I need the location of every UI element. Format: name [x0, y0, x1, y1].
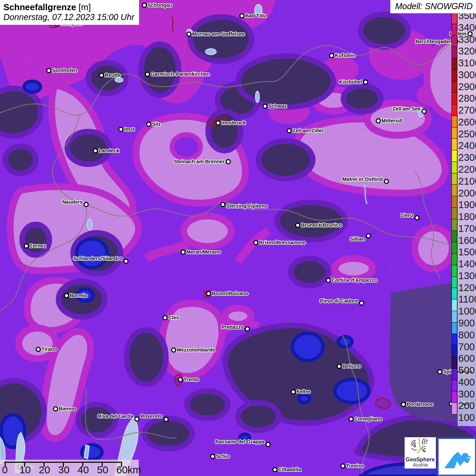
city-dot: [186, 32, 191, 37]
colorbar: [452, 12, 457, 414]
colorbar-segment: [452, 253, 457, 265]
geosphere-logo-text: GeoSphere: [405, 457, 436, 462]
city-label: Cittadella: [278, 466, 301, 473]
colorbar-label: 300: [458, 389, 475, 399]
colorbar-label: 1700: [458, 224, 476, 233]
colorbar-segment: [452, 368, 457, 380]
city-label: Zell am Ziller: [292, 127, 324, 134]
colorbar-label: 1200: [458, 283, 476, 292]
city-label: Steinach am Brenner: [174, 158, 225, 165]
city-label: Riva del Garda: [98, 413, 133, 420]
city-dot: [146, 122, 151, 127]
scale-bar-label: 0: [2, 464, 8, 476]
city-dot: [295, 223, 300, 228]
city-dot: [414, 215, 420, 220]
colorbar-segment: [452, 24, 457, 36]
city-label: Trento: [184, 376, 199, 383]
city-label: Kitzbühel: [339, 79, 362, 85]
city-dot: [239, 13, 244, 18]
colorbar-segment: [452, 35, 457, 47]
colorbar-segment: [452, 81, 457, 93]
city-dot: [226, 159, 231, 164]
city-label: Bassano del Grappa: [215, 438, 265, 445]
colorbar-segment: [452, 288, 457, 300]
city-dot: [266, 442, 271, 447]
city-dot: [220, 202, 225, 207]
title-box: Schneefallgrenze [m] Donnerstag, 07.12.2…: [0, 0, 139, 25]
colorbar-label: 2900: [458, 82, 476, 91]
colorbar-label: 3100: [458, 58, 476, 68]
city-label: Predazzo: [221, 324, 244, 330]
city-dot: [272, 467, 277, 472]
colorbar-label: 400: [458, 377, 475, 387]
colorbar-segment: [452, 92, 457, 104]
city-dot: [366, 233, 371, 238]
city-label: Meran/Merano: [186, 249, 221, 255]
scale-bar-label: 40: [78, 464, 89, 476]
city-dot: [291, 389, 296, 394]
colorbar-segment: [452, 357, 457, 369]
city-label: Rovereto: [140, 413, 163, 420]
city-label: Silz: [152, 121, 161, 128]
colorbar-segment: [452, 391, 457, 403]
colorbar-segment: [452, 58, 457, 70]
city-dot: [123, 259, 129, 264]
city-label: Bienno: [59, 405, 76, 412]
city-label: Landeck: [99, 147, 119, 154]
city-label: Garmisch-Partenkirchen: [151, 71, 210, 78]
city-dot: [178, 377, 183, 382]
colorbar-label: 2600: [458, 117, 476, 127]
city-dot: [99, 73, 104, 78]
city-dot: [134, 417, 139, 422]
city-dot: [210, 454, 215, 459]
city-label: Bozen/Bolzano: [212, 290, 249, 297]
city-label: Belluno: [342, 363, 361, 370]
colorbar-segment: [452, 162, 457, 173]
colorbar-segment: [452, 322, 457, 334]
colorbar-segment: [452, 299, 457, 311]
city-label: Sillian: [350, 236, 365, 242]
city-label: Sonthofen: [52, 67, 77, 74]
city-dot: [287, 128, 292, 133]
city-marker-layer: SchongauBad TölzKemptenMurnau am Staffel…: [0, 0, 476, 476]
city-label: Innsbruck: [221, 119, 246, 126]
city-label: Nauders: [62, 199, 83, 205]
city-dot: [171, 347, 176, 353]
colorbar-segment: [452, 334, 457, 345]
model-label: Modell: SNOWGRID: [390, 0, 476, 13]
colorbar-label: 200: [458, 401, 475, 410]
colorbar-label: 2300: [458, 153, 476, 162]
city-label: Schlanders/Silandro: [73, 255, 122, 262]
city-dot: [384, 179, 389, 184]
city-dot: [253, 240, 258, 245]
city-dot: [401, 402, 406, 407]
colorbar-segment: [452, 403, 457, 414]
city-label: Schwaz: [268, 103, 287, 109]
city-label: Murnau am Staffelsee: [192, 31, 245, 37]
valid-datetime: Donnerstag, 07.12.2023 15:00 Uhr: [3, 12, 134, 22]
city-label: Bormio: [70, 292, 88, 299]
city-dot: [262, 104, 268, 109]
city-label: Feltre: [296, 388, 310, 395]
city-label: Bruneck/Brunico: [301, 222, 342, 228]
colorbar-label: 2000: [458, 188, 476, 198]
city-dot: [376, 118, 381, 123]
avalanche-report-logo: [437, 438, 476, 476]
colorbar-label: 500: [458, 366, 475, 375]
city-label: Lienz: [401, 212, 413, 219]
city-dot: [53, 406, 58, 411]
colorbar-label: 700: [458, 342, 475, 352]
colorbar-segment: [452, 265, 457, 277]
city-dot: [93, 148, 98, 153]
colorbar-label: 1000: [458, 306, 476, 316]
city-label: Schongau: [148, 2, 172, 8]
colorbar-label: 2500: [458, 129, 476, 139]
colorbar-label: 2800: [458, 94, 476, 103]
colorbar-label: 2200: [458, 165, 476, 174]
colorbar-segment: [452, 104, 457, 116]
city-dot: [216, 120, 221, 125]
city-label: Matrei in Osttirol: [342, 176, 383, 183]
city-dot: [64, 293, 69, 298]
colorbar-segment: [452, 184, 457, 196]
city-dot: [340, 463, 345, 469]
